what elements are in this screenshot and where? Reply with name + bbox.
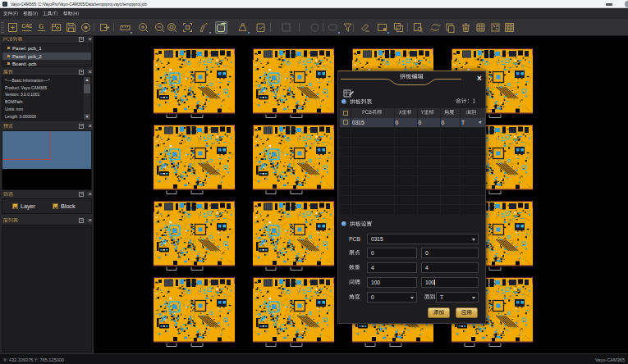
record-icon[interactable] [80,21,92,34]
zoom-window-icon[interactable] [166,21,178,34]
pcb-list-item[interactable]: Panel: pcb_1 [2,44,91,52]
measure-icon[interactable] [119,21,131,34]
pcb-board[interactable] [154,125,235,194]
count-y-input[interactable]: 4 [421,262,479,273]
delete-icon[interactable] [460,21,472,34]
add-button[interactable] [428,307,450,318]
close-panel-icon[interactable]: × [87,69,93,75]
cell-angle: 0 [442,120,445,125]
checkbox-checked-icon[interactable] [12,203,18,209]
title-bar: Vayo-CAM365: C:/VayoPro/Vayo-CAM365/Data… [0,0,628,8]
grid-array-icon[interactable] [474,21,487,34]
menu-file[interactable] [3,8,18,19]
filter-icon[interactable] [342,21,354,34]
origin-y-value: 0 [425,250,429,256]
scroll-down-icon[interactable]: ▼ [84,114,90,120]
pcb-item-label: Board: pcb [12,61,36,66]
angle-select[interactable]: 0 [367,292,417,303]
float-panel-icon[interactable] [79,192,84,197]
table-row[interactable]: 0315 0 0 0 T [340,118,485,128]
pcb-board[interactable] [154,277,235,347]
gerber-import-icon[interactable]: G [35,21,48,34]
toolbar-separator [407,23,408,32]
toolbar-separator [270,23,271,32]
scroll-up-icon[interactable]: ▲ [84,77,90,83]
zoom-out-icon[interactable] [154,21,166,34]
pcb-list-item[interactable]: Panel: pcb_2 [2,52,91,61]
roundrect-tool-icon[interactable] [327,21,339,34]
dialog-close-icon[interactable]: × [475,75,484,83]
new-job-icon[interactable] [7,21,19,34]
row-checkbox[interactable] [343,120,348,125]
menu-tools[interactable] [43,8,57,19]
board-import-icon[interactable] [50,21,62,34]
column-header[interactable] [356,110,389,115]
cell-pcb-name: 0315 [352,120,364,125]
rect-select-icon[interactable] [376,21,388,34]
mark-check-icon[interactable] [198,21,210,34]
pcb-board[interactable] [154,48,235,118]
side-dropdown-arrow[interactable] [479,121,482,124]
circle-tool-icon[interactable] [309,21,321,34]
menu-help[interactable] [63,8,79,19]
svg-text:CAD: CAD [21,23,32,29]
eraser-icon[interactable] [360,21,372,34]
pcb-board[interactable] [154,201,235,271]
close-panel-icon[interactable]: × [87,123,93,129]
float-panel-icon[interactable] [79,37,84,42]
pcb-list-item[interactable]: Board: pcb [2,60,91,68]
property-line: Length: 0.000000 [5,114,91,121]
minimize-button[interactable] [606,3,612,6]
board-check-icon[interactable] [254,21,267,34]
section-bullet-icon [342,221,346,226]
checkbox-checked-icon[interactable] [53,203,58,209]
pcb-select[interactable]: 0315 [367,234,479,244]
image-fit-icon[interactable] [489,21,502,34]
toolbar-grip[interactable] [1,22,4,33]
scrollbar[interactable]: ▲ ▼ [84,77,90,120]
overlap-copy-icon[interactable] [392,21,405,34]
toolbar-separator [323,23,323,32]
item-bullet-icon [7,55,10,57]
swap-rotate-icon[interactable] [429,21,442,34]
zoom-fit-icon[interactable] [181,21,194,34]
zoom-in-icon[interactable] [137,21,149,34]
gap-field-label [349,280,360,285]
save-icon[interactable] [65,21,77,34]
gap-x-input[interactable]: 100 [367,277,417,288]
stamp-icon[interactable] [236,21,249,34]
square-tool-icon[interactable] [280,21,292,34]
cad-import-icon[interactable]: CAD [21,21,33,34]
panel-table: 0315 0 0 0 T [340,108,485,214]
pcb-board[interactable] [253,277,334,347]
matrix-panel-icon[interactable] [503,21,516,34]
filter-checkbox-layer[interactable]: Layer [12,202,35,210]
duplicate-icon[interactable] [444,21,456,34]
export-icon[interactable] [99,21,111,34]
side-select[interactable]: T [436,292,479,303]
pcb-board[interactable] [253,48,334,118]
scroll-thumb[interactable] [84,84,90,93]
close-panel-icon[interactable]: × [87,36,93,42]
filter-checkbox-block[interactable]: Block [53,202,76,210]
gap-y-input[interactable]: 100 [421,277,479,288]
select-all-checkbox[interactable] [343,111,348,116]
preview-viewport[interactable] [2,130,92,190]
pcb-board[interactable] [253,125,334,194]
float-panel-icon[interactable] [79,70,84,75]
apply-button[interactable] [456,307,478,318]
menu-view[interactable] [23,8,38,19]
origin-y-input[interactable]: 0 [421,248,479,258]
copy-ref-icon[interactable] [412,21,424,34]
pcb-board[interactable] [253,201,334,271]
toolbar: CADG [0,19,628,36]
count-x-input[interactable]: 4 [367,262,417,273]
float-panel-icon[interactable] [79,218,84,223]
close-panel-icon[interactable]: × [87,217,93,223]
side-field-label [424,294,436,300]
panelize-icon[interactable] [215,21,227,34]
origin-x-input[interactable]: 0 [367,248,417,258]
window-control-button[interactable] [625,1,628,7]
close-panel-icon[interactable]: × [87,191,93,197]
float-panel-icon[interactable] [79,124,84,129]
